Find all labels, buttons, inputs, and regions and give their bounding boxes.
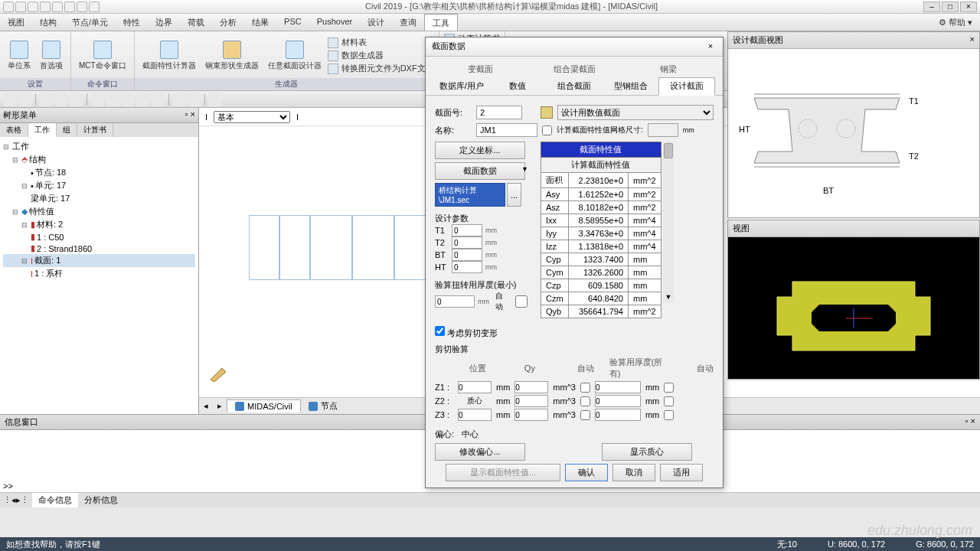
dtab-steel[interactable]: 钢梁	[621, 61, 715, 77]
tree-nodes[interactable]: 节点: 18	[35, 167, 66, 178]
filepath-input[interactable]: 桥结构计算\JM1.sec	[435, 183, 505, 207]
scroll-down-icon[interactable]: ▼	[665, 293, 672, 301]
tb-icon[interactable]	[3, 93, 17, 106]
menu-pushover[interactable]: Pushover	[309, 14, 360, 31]
more-icon[interactable]	[89, 2, 100, 12]
material-table[interactable]: 材料表	[328, 37, 434, 48]
tree-elems[interactable]: 单元: 17	[35, 180, 66, 191]
cancel-button[interactable]: 取消	[612, 464, 655, 481]
minimize-button[interactable]: –	[923, 2, 940, 12]
scroll-right-icon[interactable]: ▸	[213, 401, 227, 411]
menu-load[interactable]: 荷载	[180, 14, 212, 31]
unit-button[interactable]: 单位系	[5, 39, 34, 73]
spc-button[interactable]: 截面特性计算器	[139, 39, 199, 73]
new-icon[interactable]	[15, 2, 26, 12]
menu-struct[interactable]: 结构	[32, 14, 64, 31]
tab-cmd[interactable]: 命令信息	[32, 493, 78, 507]
tendon-button[interactable]: 钢束形状生成器	[202, 39, 262, 73]
coord-button[interactable]: 定义坐标...	[435, 142, 525, 159]
menu-node[interactable]: 节点/单元	[64, 14, 116, 31]
tree-m1[interactable]: 1 : C50	[37, 233, 64, 242]
menu-design[interactable]: 设计	[360, 14, 392, 31]
menu-tools[interactable]: 工具	[424, 14, 458, 31]
redo-icon[interactable]	[64, 2, 75, 12]
z1-qy[interactable]	[514, 381, 548, 393]
basic-dropdown[interactable]: 基本	[214, 111, 290, 123]
tree-beam[interactable]: 梁单元: 17	[31, 193, 70, 204]
dtab2-design[interactable]: 设计截面	[658, 77, 715, 96]
dtab2-val[interactable]: 数值	[490, 77, 547, 95]
tb-icon[interactable]	[54, 93, 68, 106]
tree-m2[interactable]: 2 : Strand1860	[37, 244, 92, 253]
menu-prop[interactable]: 特性	[116, 14, 148, 31]
tree-mat[interactable]: 材料: 2	[37, 219, 63, 230]
data-gen[interactable]: 数据生成器	[328, 50, 434, 61]
scroll-icon[interactable]: ⋮◂▸⋮	[0, 495, 32, 505]
browse-button[interactable]: ...	[507, 183, 521, 207]
menu-view[interactable]: 视图	[0, 14, 32, 31]
tab-report[interactable]: 计算书	[77, 123, 113, 137]
z2-thk[interactable]	[595, 395, 641, 407]
dtab-comp[interactable]: 组合梁截面	[528, 61, 622, 77]
auto-checkbox[interactable]	[510, 295, 533, 308]
tab-work[interactable]: 工作	[28, 123, 57, 137]
tb-icon[interactable]	[152, 93, 165, 106]
torsion-input[interactable]	[435, 295, 475, 308]
panel-close-icon[interactable]: ×	[970, 34, 975, 46]
show-props-button[interactable]: 显示截面特性值...	[446, 464, 560, 481]
scrollbar-thumb[interactable]	[664, 143, 673, 158]
tb-icon[interactable]	[172, 93, 186, 106]
tree-struct[interactable]: 结构	[29, 154, 46, 165]
tb-icon[interactable]	[106, 93, 119, 106]
tab-table[interactable]: 表格	[0, 123, 28, 137]
save-icon[interactable]	[40, 2, 51, 12]
menu-analysis[interactable]: 分析	[212, 14, 244, 31]
tree[interactable]: ⊟工作 ⊟⬘ 结构 • 节点: 18 ⊟• 单元: 17 梁单元: 17 ⊟◆ …	[0, 137, 198, 414]
tb-icon[interactable]	[70, 93, 83, 106]
data-button[interactable]: 截面数据	[435, 162, 525, 180]
z1-thk[interactable]	[595, 381, 641, 393]
z1-auto[interactable]	[580, 383, 590, 393]
menu-result[interactable]: 结果	[244, 14, 276, 31]
scroll-left-icon[interactable]: ◂	[199, 401, 213, 411]
z1-auto2[interactable]	[664, 383, 674, 393]
z3-auto2[interactable]	[664, 410, 674, 420]
undo-icon[interactable]	[52, 2, 63, 12]
t1-input[interactable]	[452, 224, 482, 236]
dtab-var[interactable]: 变截面	[433, 61, 528, 77]
centroid-button[interactable]: 显示质心	[602, 443, 692, 461]
sectype-select[interactable]: 设计用数值截面	[557, 105, 714, 120]
z3-qy[interactable]	[514, 409, 548, 421]
tree-s1[interactable]: 1 : 系杆	[34, 268, 63, 279]
z2-auto[interactable]	[580, 396, 590, 406]
close-button[interactable]: ×	[960, 2, 977, 12]
menu-boundary[interactable]: 边界	[148, 14, 180, 31]
ecc-button[interactable]: 修改偏心...	[435, 443, 525, 461]
menu-query[interactable]: 查询	[392, 14, 424, 31]
pref-button[interactable]: 首选项	[37, 39, 66, 73]
tree-close-icon[interactable]: ▫ ×	[185, 109, 195, 121]
dtab2-shape[interactable]: 型钢组合	[603, 77, 659, 95]
tab-node[interactable]: 节点	[301, 399, 345, 413]
tb-icon[interactable]	[136, 93, 150, 106]
z2-auto2[interactable]	[664, 396, 674, 406]
menu-psc[interactable]: PSC	[276, 14, 309, 31]
dialog-close-icon[interactable]: ×	[704, 41, 717, 53]
z3-pos[interactable]	[458, 409, 492, 421]
tb-icon[interactable]	[188, 93, 201, 106]
secnum-input[interactable]	[476, 106, 522, 119]
tree-root[interactable]: 工作	[12, 141, 29, 152]
t2-input[interactable]	[452, 236, 482, 249]
bt-input[interactable]	[452, 249, 482, 261]
z3-auto[interactable]	[580, 410, 590, 420]
sec-button[interactable]: 任意截面设计器	[265, 39, 325, 73]
tab-midas[interactable]: MIDAS/Civil	[227, 399, 301, 412]
tb-icon[interactable]	[208, 93, 222, 106]
name-input[interactable]	[476, 123, 537, 137]
tab-group[interactable]: 组	[57, 123, 77, 137]
help-icon[interactable]: ⚙ 帮助 ▾	[931, 14, 980, 31]
apply-button[interactable]: 适用	[660, 464, 703, 481]
tb-icon[interactable]	[18, 93, 32, 106]
calc-input[interactable]	[648, 123, 678, 137]
shear-checkbox[interactable]	[435, 326, 445, 336]
